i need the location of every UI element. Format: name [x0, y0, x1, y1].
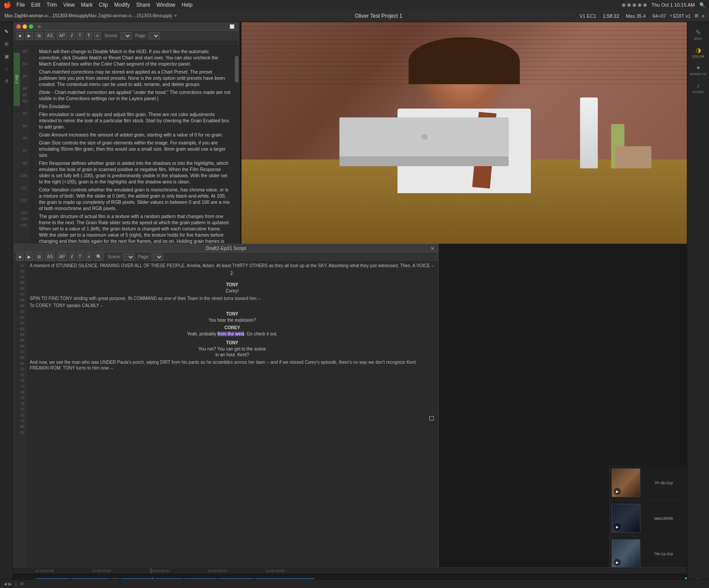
panel-audio[interactable]: ♪ AUDIO: [689, 80, 708, 96]
toolbar-icon-2[interactable]: ≡: [702, 13, 705, 19]
video-laptop: [339, 117, 509, 166]
timecode-display: V1 EC1 | 1:58:22 | Mas 35.4 | 64+07 ▼: [580, 13, 673, 19]
text-t-btn[interactable]: T: [77, 32, 84, 40]
play-btn[interactable]: ▶: [25, 32, 33, 40]
play-btn-2[interactable]: ▶: [25, 253, 33, 261]
maximize-button[interactable]: [29, 24, 33, 29]
stop-btn[interactable]: ■: [16, 32, 23, 40]
thumb-img-7p3b: ▶: [612, 468, 640, 497]
playhead-track: [153, 577, 153, 579]
panel-1-expand[interactable]: ⬜: [230, 24, 234, 29]
laptop-screen: [339, 117, 509, 156]
script2-text-area[interactable]: A moment of STUNNED SILENCE. PANNING OVE…: [26, 262, 438, 586]
scrollbar-thumb-1: [235, 56, 238, 82]
script-para-90: Film emulation is used to apply and adju…: [39, 111, 231, 130]
menu-help[interactable]: Help: [182, 2, 193, 8]
status-left[interactable]: ◀ ▶: [4, 581, 12, 586]
ap-btn-2[interactable]: AP: [57, 253, 67, 261]
sidebar-icon-3[interactable]: ▣: [2, 51, 12, 61]
color-icon: ◑: [696, 47, 701, 54]
tc-1: 01:00:20:00: [35, 569, 54, 573]
script2-corey-exclaim: Corey!: [30, 288, 435, 294]
close-script2-btn[interactable]: ✕: [430, 245, 435, 252]
as-btn[interactable]: AS: [45, 32, 55, 40]
project-name: Oliver Test Project 1: [178, 13, 580, 19]
sidebar-icon-5[interactable]: ↺: [2, 76, 12, 86]
scene-label: Scene:: [105, 33, 118, 38]
script-content-2: 52 53 54 55 56 57 58 59 60 61 62 63 64 6…: [14, 262, 438, 586]
script2-line-52: A moment of STUNNED SILENCE. PANNING OVE…: [30, 263, 435, 269]
panel-edit[interactable]: ✎ EDIT: [689, 27, 708, 43]
tc-3: 01:00:30:00: [151, 569, 169, 573]
script-para-94: Grain Size controls the size of grain el…: [39, 140, 231, 158]
script2-title: Draft2-Ep31 Script: [206, 245, 246, 251]
thumb-label-7m1a: 7M-1a.Grp: [642, 552, 685, 556]
page-select[interactable]: [148, 32, 160, 39]
menu-file[interactable]: File: [16, 2, 25, 8]
script-scrollbar-1[interactable]: [234, 47, 239, 277]
edit-label: EDIT: [694, 37, 702, 41]
thumbnail-7m1a: ▶ 7M-1a.Grp: [610, 536, 687, 572]
menu-mark[interactable]: Mark: [81, 2, 93, 8]
thumb-play-7m1a[interactable]: ▶: [614, 559, 621, 566]
scene-select-2[interactable]: [123, 253, 135, 261]
text-i-btn[interactable]: I: [69, 32, 75, 40]
audio-icon: ♪: [697, 82, 700, 89]
color-label: COLOR: [692, 55, 704, 58]
content-area: ⊞ ⬜ ■ ▶ ⊞ AS AP I T ¶ ≡ Scene: Page:: [13, 22, 687, 588]
menubar-right: ⊕ ⊕ ⊕ ⊕ ⊕ Thu Oct 1 10:15 AM 🔍: [622, 2, 705, 8]
script-para-82: Match will then change to Disable Match …: [39, 48, 231, 67]
sidebar-icon-4[interactable]: ○: [2, 64, 12, 74]
menu-clip[interactable]: Clip: [99, 2, 108, 8]
clip-name-display: Max Zaghbi-woman-o-...151303-filmsupply: [4, 13, 89, 18]
menu-modify[interactable]: Modify: [114, 2, 130, 8]
text-i-btn-2[interactable]: I: [69, 253, 75, 261]
mas-label: Mas 35.4: [626, 13, 646, 19]
apple-menu[interactable]: 🍎: [4, 1, 11, 8]
grid-btn-2[interactable]: ⊞: [35, 253, 43, 261]
grid-btn[interactable]: ⊞: [35, 32, 43, 40]
menu-view[interactable]: View: [63, 2, 75, 8]
script-para-86: (Note - Chart-matched correction are app…: [39, 89, 231, 101]
menu-share[interactable]: Share: [136, 2, 150, 8]
sidebar-icon-edit[interactable]: ✎: [2, 27, 12, 36]
toolbar-icon-1[interactable]: ⊞: [694, 13, 698, 19]
minimize-button[interactable]: [23, 24, 27, 29]
thumb-label-7p3b: 7P-3b.Grp: [642, 481, 685, 485]
cursor-indicator: [429, 416, 434, 421]
status-mid: |: [16, 581, 17, 586]
script-para-97: Color Variation controls whether the emu…: [39, 187, 231, 211]
script2-tony-3: TONY: [30, 340, 435, 346]
script-content-1: 82 84 86 88 89 90 92 94 95 97: [14, 47, 239, 277]
panel-color[interactable]: ◑ COLOR: [689, 44, 708, 60]
right-panel: ✎ EDIT ◑ COLOR ✦ EFFECTS ♪ AUDIO ⚙: [687, 22, 709, 588]
stop-btn-2[interactable]: ■: [16, 253, 23, 261]
search-btn-2[interactable]: 🔍: [94, 253, 104, 261]
bottom-area: Draft2-Ep31 Script ✕ ■ ▶ ⊞ AS AP I T ≡ 🔍…: [13, 244, 687, 588]
script2-tony-2: TONY: [30, 311, 435, 317]
list-btn[interactable]: ≡: [94, 32, 101, 40]
ap-btn[interactable]: AP: [57, 32, 67, 40]
text-t-btn-2[interactable]: T: [77, 253, 84, 261]
timecode-value: 1:58:22: [603, 13, 619, 19]
list-btn-2[interactable]: ≡: [86, 253, 93, 261]
as-btn-2[interactable]: AS: [45, 253, 55, 261]
status-right[interactable]: ⚙: [20, 581, 24, 586]
panel-effects[interactable]: ✦ EFFECTS: [689, 62, 708, 78]
sidebar-icon-2[interactable]: ⊞: [2, 39, 12, 49]
menu-trim[interactable]: Trim: [47, 2, 57, 8]
script-panel-2-toolbar: ■ ▶ ⊞ AS AP I T ≡ 🔍 Scene: Page:: [14, 252, 438, 262]
script-ruler: [14, 41, 239, 47]
menu-window[interactable]: Window: [156, 2, 175, 8]
page-select-2[interactable]: [152, 253, 163, 261]
search-icon[interactable]: 🔍: [699, 2, 705, 8]
para-btn[interactable]: ¶: [86, 32, 92, 40]
timecode-ruler: 01:00:20:00 01:00:25:00 01:00:30:00 01:0…: [13, 568, 687, 574]
scene-select[interactable]: [120, 32, 132, 39]
thumb-play-7p3b[interactable]: ▶: [614, 488, 621, 495]
thumb-play-take18558[interactable]: ▶: [614, 523, 621, 530]
close-button[interactable]: [16, 24, 21, 29]
menu-edit[interactable]: Edit: [31, 2, 40, 8]
top-toolbar: Max Zaghbi-woman-o-...151303-filmsupply …: [0, 10, 709, 22]
script-text-area-1[interactable]: Match will then change to Disable Match …: [35, 47, 234, 277]
